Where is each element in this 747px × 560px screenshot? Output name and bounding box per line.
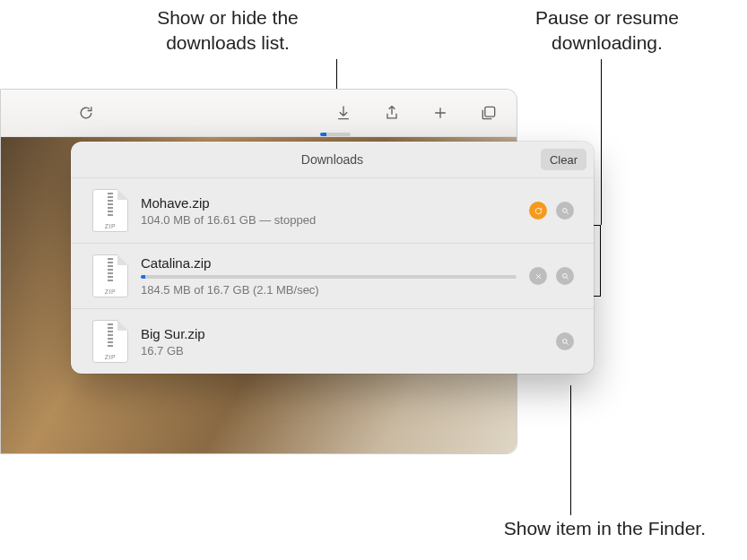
- callout-text: Show or hide the downloads list.: [157, 7, 299, 53]
- magnifier-icon: [560, 337, 570, 347]
- toolbar: [1, 90, 517, 137]
- new-tab-button[interactable]: [425, 99, 456, 126]
- file-type-tag: ZIP: [105, 354, 116, 360]
- callout-downloads-toggle: Show or hide the downloads list.: [120, 5, 335, 56]
- download-row: ZIP Catalina.zip 184.5 MB of 16.7 GB (2.…: [71, 243, 594, 308]
- file-type-tag: ZIP: [105, 223, 116, 229]
- download-info: Big Sur.zip 16.7 GB: [141, 326, 543, 358]
- svg-point-1: [562, 208, 567, 212]
- reload-icon: [77, 104, 95, 122]
- callout-line: [570, 385, 571, 515]
- file-type-tag: ZIP: [105, 289, 116, 295]
- download-info: Catalina.zip 184.5 MB of 16.7 GB (2.1 MB…: [141, 255, 517, 297]
- downloads-icon: [334, 104, 352, 122]
- progress-fill: [141, 275, 145, 279]
- downloads-button[interactable]: [328, 99, 359, 126]
- progress-bar: [141, 275, 517, 279]
- download-row: ZIP Mohave.zip 104.0 MB of 16.61 GB — st…: [71, 177, 594, 243]
- callout-pause-resume: Pause or resume downloading.: [499, 5, 715, 56]
- stop-icon: [534, 271, 543, 281]
- downloads-progress-indicator: [320, 133, 351, 136]
- file-status: 104.0 MB of 16.61 GB — stopped: [141, 213, 517, 227]
- popover-header: Downloads Clear: [71, 142, 594, 177]
- file-status: 16.7 GB: [141, 344, 543, 358]
- tab-overview-button[interactable]: [473, 99, 504, 126]
- magnifier-icon: [560, 271, 570, 281]
- svg-point-3: [562, 339, 567, 343]
- reveal-in-finder-button[interactable]: [556, 332, 574, 350]
- callout-text: Show item in the Finder.: [504, 518, 706, 538]
- reload-button[interactable]: [71, 99, 101, 126]
- svg-point-2: [562, 273, 567, 278]
- resume-icon: [534, 206, 543, 216]
- file-name: Catalina.zip: [141, 255, 517, 271]
- download-row: ZIP Big Sur.zip 16.7 GB: [71, 308, 594, 374]
- reveal-in-finder-button[interactable]: [556, 267, 574, 285]
- file-status: 184.5 MB of 16.7 GB (2.1 MB/sec): [141, 283, 517, 297]
- share-icon: [383, 104, 401, 122]
- file-name: Mohave.zip: [141, 195, 517, 211]
- resume-button[interactable]: [529, 202, 547, 220]
- clear-button[interactable]: Clear: [541, 149, 586, 170]
- tab-overview-icon: [480, 104, 498, 122]
- stop-button[interactable]: [529, 267, 547, 285]
- file-name: Big Sur.zip: [141, 326, 543, 341]
- svg-rect-0: [485, 107, 495, 116]
- zip-file-icon: ZIP: [92, 320, 128, 363]
- reveal-in-finder-button[interactable]: [556, 202, 574, 220]
- downloads-popover: Downloads Clear ZIP Mohave.zip 104.0 MB …: [71, 142, 594, 374]
- plus-icon: [431, 104, 449, 122]
- callout-show-in-finder: Show item in the Finder.: [401, 516, 706, 541]
- share-button[interactable]: [377, 99, 407, 126]
- callout-text: Pause or resume downloading.: [535, 7, 679, 53]
- zip-file-icon: ZIP: [92, 189, 128, 232]
- download-info: Mohave.zip 104.0 MB of 16.61 GB — stoppe…: [141, 195, 517, 227]
- callout-line: [601, 59, 602, 225]
- magnifier-icon: [560, 206, 570, 216]
- popover-title: Downloads: [301, 152, 363, 167]
- zip-file-icon: ZIP: [92, 254, 128, 297]
